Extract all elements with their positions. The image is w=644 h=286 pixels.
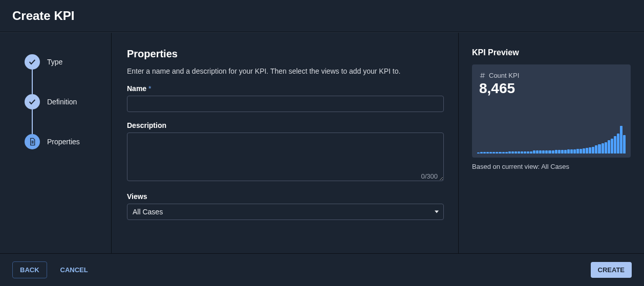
cancel-button[interactable]: CANCEL — [53, 262, 95, 278]
sparkline-bar — [620, 126, 622, 153]
card-title: Count KPI — [489, 72, 519, 79]
sparkline-bar — [576, 149, 579, 153]
main-panel: Properties Enter a name and a descriptio… — [112, 33, 459, 253]
views-select[interactable]: All Cases — [127, 204, 444, 220]
preview-panel: KPI Preview Count KPI 8,465 Based on cur… — [459, 33, 644, 253]
sparkline-bar — [505, 152, 508, 153]
step-label: Type — [47, 58, 62, 66]
description-input[interactable] — [127, 133, 444, 181]
body: Type Definition Properties Pr — [0, 32, 644, 253]
name-input[interactable] — [127, 96, 444, 112]
sparkline-bar — [602, 143, 604, 153]
sparkline-bar — [483, 152, 486, 153]
sparkline-bar — [573, 149, 576, 153]
sparkline-bar — [533, 150, 535, 153]
footer-left: BACK CANCEL — [12, 261, 95, 278]
required-marker: * — [148, 84, 151, 93]
sparkline-bar — [511, 151, 514, 153]
back-button[interactable]: BACK — [12, 261, 47, 278]
views-select-wrap: All Cases — [127, 204, 444, 220]
sparkline-bar — [611, 139, 613, 153]
sparkline-bar — [570, 149, 573, 153]
step-bubble — [25, 94, 40, 109]
sparkline-bar — [486, 152, 489, 153]
sparkline-bar — [489, 152, 492, 153]
step-label: Definition — [47, 98, 77, 106]
step-label: Properties — [47, 138, 80, 146]
sparkline-bar — [564, 150, 567, 153]
sparkline-bar — [567, 149, 570, 153]
views-label: Views — [127, 192, 443, 201]
card-value: 8,465 — [479, 80, 624, 97]
step-bubble — [25, 54, 40, 70]
sparkline-bar — [561, 150, 564, 153]
create-button[interactable]: CREATE — [591, 262, 632, 278]
sparkline-bar — [605, 142, 607, 153]
form-subtitle: Enter a name and a description for your … — [127, 67, 443, 75]
card-top: Count KPI — [479, 72, 624, 79]
name-label-text: Name — [127, 84, 146, 93]
sparkline-bar — [536, 150, 539, 153]
step-type[interactable]: Type — [25, 54, 101, 70]
svg-line-5 — [481, 73, 482, 78]
preview-heading: KPI Preview — [472, 48, 631, 57]
step-bubble — [25, 134, 40, 149]
sparkline-bar — [555, 150, 557, 153]
sparkline-bar — [614, 136, 616, 153]
sparkline-bar — [492, 152, 495, 153]
step-definition[interactable]: Definition — [25, 94, 101, 109]
sparkline-bar — [499, 152, 501, 153]
sparkline-bar — [539, 150, 542, 153]
page-title: Create KPI — [12, 9, 74, 23]
field-description: Description 0/300 — [127, 121, 443, 183]
hash-icon — [479, 72, 486, 79]
field-name: Name * — [127, 84, 443, 112]
step-connector — [32, 109, 33, 134]
svg-line-6 — [483, 73, 484, 78]
preview-card: Count KPI 8,465 — [472, 64, 631, 158]
sparkline-bar — [545, 150, 548, 153]
sparkline-bar — [598, 144, 600, 153]
sparkline-chart — [477, 125, 626, 153]
name-label: Name * — [127, 84, 443, 93]
sparkline-bar — [548, 150, 551, 153]
step-connector — [32, 70, 33, 94]
title-bar: Create KPI — [0, 0, 644, 32]
sparkline-bar — [527, 151, 529, 153]
sparkline-bar — [508, 151, 511, 153]
sparkline-bar — [586, 148, 588, 153]
sparkline-bar — [608, 140, 610, 153]
sparkline-bar — [595, 145, 597, 153]
sparkline-bar — [542, 150, 545, 153]
document-icon — [28, 138, 36, 146]
sparkline-bar — [579, 149, 582, 153]
description-wrap: 0/300 — [127, 133, 444, 183]
footer: BACK CANCEL CREATE — [0, 253, 644, 286]
sparkline-bar — [496, 152, 498, 153]
step-properties[interactable]: Properties — [25, 134, 101, 149]
sparkline-bar — [480, 152, 483, 153]
sparkline-bar — [623, 135, 626, 153]
sparkline-bar — [477, 152, 480, 153]
sparkline-bar — [502, 152, 505, 153]
sparkline-bar — [552, 150, 554, 153]
check-icon — [28, 98, 36, 106]
sparkline-bar — [592, 147, 594, 153]
field-views: Views All Cases — [127, 192, 443, 220]
check-icon — [28, 58, 36, 66]
sparkline-bar — [518, 151, 520, 153]
sparkline-bar — [524, 151, 526, 153]
sparkline-bar — [514, 151, 517, 153]
sparkline-bar — [521, 151, 523, 153]
stepper-sidebar: Type Definition Properties — [0, 33, 112, 253]
sparkline-bar — [617, 134, 619, 153]
form-heading: Properties — [127, 48, 443, 60]
sparkline-bar — [558, 150, 561, 153]
sparkline-bar — [589, 147, 591, 153]
sparkline-bar — [530, 151, 532, 153]
preview-caption: Based on current view: All Cases — [472, 163, 631, 170]
description-label: Description — [127, 121, 443, 129]
sparkline-bar — [583, 148, 585, 153]
